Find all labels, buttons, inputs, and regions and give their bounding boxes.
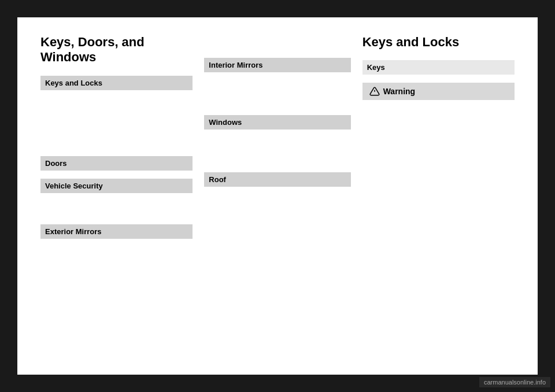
warning-label: Warning bbox=[383, 87, 415, 96]
section-windows[interactable]: Windows bbox=[204, 115, 350, 130]
section-doors[interactable]: Doors bbox=[40, 156, 193, 171]
right-main-title: Keys and Locks bbox=[362, 35, 515, 50]
column-right: Keys and Locks Keys Warning bbox=[357, 35, 515, 357]
section-vehicle-security[interactable]: Vehicle Security bbox=[40, 179, 193, 193]
warning-triangle-icon bbox=[369, 86, 380, 97]
section-exterior-mirrors[interactable]: Exterior Mirrors bbox=[40, 224, 193, 239]
section-roof[interactable]: Roof bbox=[204, 172, 350, 187]
section-interior-mirrors[interactable]: Interior Mirrors bbox=[204, 58, 350, 72]
section-keys-and-locks-left[interactable]: Keys and Locks bbox=[40, 76, 193, 90]
section-keys-right[interactable]: Keys bbox=[362, 60, 515, 75]
page-content: Keys, Doors, and Windows Keys and Locks … bbox=[17, 17, 538, 375]
column-left: Keys, Doors, and Windows Keys and Locks … bbox=[40, 35, 198, 357]
main-title: Keys, Doors, and Windows bbox=[40, 35, 193, 65]
column-middle: Interior Mirrors Windows Roof bbox=[198, 35, 356, 357]
watermark: carmanualsonline.info bbox=[479, 377, 550, 387]
warning-box: Warning bbox=[362, 83, 515, 100]
